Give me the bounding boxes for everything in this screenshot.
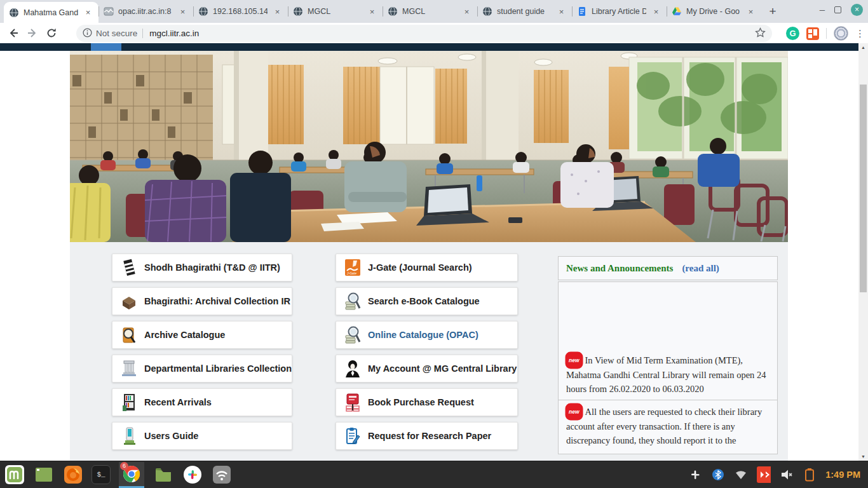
close-icon[interactable]: × bbox=[177, 6, 188, 17]
tab-title: 192.168.105.14 bbox=[213, 7, 268, 16]
chrome-taskbar-button[interactable]: 6 bbox=[119, 462, 144, 488]
search-ebook-button[interactable]: Search e-Book Catalogue bbox=[336, 287, 518, 315]
departmental-libraries-button[interactable]: Departmental Libraries Collection bbox=[112, 355, 292, 383]
scroll-up-arrow[interactable]: ▲ bbox=[858, 43, 868, 51]
taskbar-launchers: $_ 6 bbox=[0, 462, 232, 488]
person-icon bbox=[344, 358, 361, 379]
remote-app-tray-icon[interactable] bbox=[757, 468, 771, 482]
archive-catalogue-button[interactable]: Archive Catalogue bbox=[112, 321, 292, 349]
restore-button[interactable] bbox=[834, 6, 841, 13]
online-catalogue-opac-button[interactable]: Online Catalogue (OPAC) bbox=[336, 321, 518, 349]
monument-icon bbox=[121, 358, 137, 379]
profile-avatar[interactable] bbox=[834, 26, 848, 41]
tab-title: Library Article D bbox=[592, 7, 646, 16]
tab-title: MGCL bbox=[402, 7, 457, 16]
close-icon[interactable]: × bbox=[367, 6, 377, 17]
orange-extension-icon[interactable] bbox=[806, 27, 819, 40]
minimize-button[interactable]: – bbox=[820, 6, 825, 13]
archival-boxes-icon bbox=[121, 291, 137, 311]
tab-title: MGCL bbox=[308, 7, 362, 16]
bhagirathi-archival-button[interactable]: Bhagirathi: Archival Collection IR bbox=[112, 287, 292, 315]
tab-mgcl-home[interactable]: Mahatma Gand × bbox=[4, 2, 98, 23]
grammarly-extension-icon[interactable]: G bbox=[786, 27, 799, 40]
page-scrollbar[interactable]: ▲ ▼ bbox=[858, 43, 868, 461]
site-nav-active-item[interactable] bbox=[91, 43, 121, 51]
shodh-bhagirathi-button[interactable]: Shodh Bhagirathi (T&D @ IITR) bbox=[112, 254, 292, 281]
new-badge-icon: new bbox=[566, 353, 582, 368]
info-icon[interactable] bbox=[83, 28, 92, 39]
close-icon[interactable]: × bbox=[651, 6, 661, 17]
close-icon[interactable]: × bbox=[272, 6, 283, 17]
terminal-launcher[interactable]: $_ bbox=[92, 465, 111, 484]
news-read-all-link[interactable]: (read all) bbox=[682, 263, 719, 274]
jgate-button[interactable]: J-Gate J-Gate (Journal Search) bbox=[336, 254, 518, 281]
recent-arrivals-button[interactable]: Recent Arrivals bbox=[112, 388, 292, 416]
google-docs-favicon-icon bbox=[577, 6, 587, 17]
web-page-viewport: Shodh Bhagirathi (T&D @ IITR) Bhagirathi… bbox=[0, 43, 868, 461]
close-icon[interactable]: × bbox=[83, 7, 93, 18]
show-desktop-button[interactable] bbox=[33, 464, 54, 485]
news-list: newIn View of Mid Term Examination (MTE)… bbox=[558, 281, 778, 454]
quick-links-column-left: Shodh Bhagirathi (T&D @ IITR) Bhagirathi… bbox=[112, 254, 292, 456]
link-label: Request for Research Paper bbox=[368, 431, 491, 441]
jgate-icon: J-Gate bbox=[344, 257, 361, 278]
tab-title: My Drive - Goo bbox=[686, 7, 741, 16]
close-icon[interactable]: × bbox=[745, 6, 756, 17]
red-book-icon bbox=[344, 392, 361, 412]
news-item-text: All the users are requested to check the… bbox=[566, 407, 762, 445]
tab-mgcl-2[interactable]: MGCL × bbox=[383, 0, 477, 23]
news-item: newAll the users are requested to check … bbox=[559, 400, 777, 454]
volume-muted-tray-icon[interactable] bbox=[780, 468, 794, 482]
research-paper-request-button[interactable]: Request for Research Paper bbox=[336, 422, 518, 450]
bluetooth-tray-icon[interactable] bbox=[711, 468, 725, 482]
link-label: Recent Arrivals bbox=[144, 397, 212, 407]
my-account-button[interactable]: My Account @ MG Central Library bbox=[336, 355, 518, 383]
slack-launcher[interactable] bbox=[182, 464, 203, 485]
browser-tab-strip: Mahatma Gand × opac.iitr.ac.in:8 × 192.1… bbox=[0, 0, 868, 23]
browser-toolbar: Not secure mgcl.iitr.ac.in G ⋮ bbox=[0, 23, 868, 43]
close-icon[interactable]: × bbox=[461, 6, 472, 17]
reload-button[interactable] bbox=[42, 24, 61, 42]
browser-menu-button[interactable]: ⋮ bbox=[855, 32, 863, 35]
slack-tray-icon[interactable] bbox=[688, 468, 702, 482]
back-button[interactable] bbox=[4, 24, 23, 42]
archive-search-icon bbox=[121, 325, 137, 345]
link-label: My Account @ MG Central Library bbox=[368, 363, 517, 374]
taskbar-clock[interactable]: 1:49 PM bbox=[825, 470, 860, 480]
catalogue-search-icon bbox=[344, 325, 361, 345]
tab-my-drive[interactable]: My Drive - Goo × bbox=[667, 0, 761, 23]
news-header: News and Announcements (read all) bbox=[558, 256, 778, 280]
book-purchase-button[interactable]: Book Purchase Request bbox=[336, 388, 518, 416]
mint-menu-button[interactable] bbox=[4, 464, 25, 485]
new-tab-button[interactable]: + bbox=[764, 3, 782, 20]
globe-favicon-icon bbox=[388, 6, 398, 17]
battery-tray-icon[interactable] bbox=[803, 468, 817, 482]
tab-library-article[interactable]: Library Article D × bbox=[572, 0, 667, 23]
wifi-tool-launcher[interactable] bbox=[211, 464, 232, 485]
users-guide-button[interactable]: Users Guide bbox=[112, 422, 292, 450]
globe-favicon-icon bbox=[482, 6, 492, 17]
firefox-launcher[interactable] bbox=[62, 464, 83, 485]
catalogue-search-icon bbox=[344, 291, 361, 311]
bookmark-star-icon[interactable] bbox=[755, 27, 766, 40]
news-panel: News and Announcements (read all) newIn … bbox=[558, 256, 778, 454]
tab-ip-address[interactable]: 192.168.105.14 × bbox=[193, 0, 288, 23]
new-badge-icon: new bbox=[566, 404, 582, 419]
globe-favicon-icon bbox=[293, 6, 303, 17]
scrollbar-thumb[interactable] bbox=[860, 85, 867, 292]
link-label: Online Catalogue (OPAC) bbox=[368, 330, 478, 340]
tab-mgcl-1[interactable]: MGCL × bbox=[288, 0, 383, 23]
tab-opac[interactable]: opac.iitr.ac.in:8 × bbox=[98, 0, 193, 23]
tab-student-guide[interactable]: student guide × bbox=[477, 0, 572, 23]
address-bar[interactable]: Not secure mgcl.iitr.ac.in bbox=[76, 25, 772, 42]
scroll-down-arrow[interactable]: ▼ bbox=[858, 452, 868, 461]
link-label: J-Gate (Journal Search) bbox=[368, 262, 472, 273]
forward-button[interactable] bbox=[23, 24, 42, 42]
file-manager-launcher[interactable] bbox=[153, 464, 173, 485]
close-icon[interactable]: × bbox=[556, 6, 567, 17]
library-photo bbox=[70, 51, 788, 242]
chrome-notification-badge: 6 bbox=[120, 462, 128, 470]
network-tray-icon[interactable] bbox=[734, 468, 748, 482]
system-tray: 1:49 PM bbox=[688, 468, 868, 482]
close-window-button[interactable]: × bbox=[851, 4, 863, 16]
